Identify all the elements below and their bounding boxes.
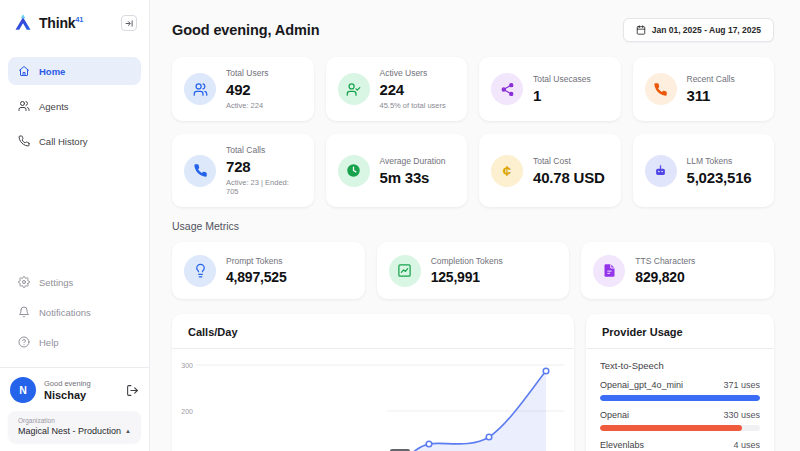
usage-card-tts-characters: TTS Characters 829,820 bbox=[581, 242, 774, 299]
stat-sub: 45.5% of total users bbox=[380, 101, 446, 110]
cent-icon: ¢ bbox=[503, 162, 511, 179]
sidebar-item-agents[interactable]: Agents bbox=[8, 92, 141, 120]
stat-card-recent-calls: Recent Calls 311 bbox=[633, 57, 775, 121]
stat-label: Recent Calls bbox=[687, 74, 735, 84]
think41-logo-icon bbox=[13, 13, 33, 33]
calls-day-panel: Calls/Day 300200 bbox=[172, 314, 574, 451]
sidebar-item-settings[interactable]: Settings bbox=[8, 269, 141, 295]
usecases-icon bbox=[500, 82, 515, 97]
lightbulb-icon bbox=[193, 263, 208, 278]
users-icon bbox=[193, 82, 208, 97]
bell-icon bbox=[18, 306, 30, 318]
stat-value: 1 bbox=[533, 87, 591, 104]
logout-button[interactable] bbox=[126, 384, 139, 397]
page-title: Good evening, Admin bbox=[172, 22, 319, 38]
stat-card-total-calls: Total Calls 728 Active: 23 | Ended: 705 bbox=[172, 134, 314, 207]
organization-selector[interactable]: Organization Magical Nest - Production ▲ bbox=[8, 411, 141, 443]
usage-card-completion-tokens: Completion Tokens 125,991 bbox=[377, 242, 570, 299]
organization-value: Magical Nest - Production bbox=[18, 426, 121, 436]
phone-icon bbox=[193, 163, 208, 178]
stat-value: 5,023,516 bbox=[687, 169, 752, 186]
sidebar-item-label: Home bbox=[39, 66, 65, 77]
provider-name: Elevenlabs bbox=[600, 440, 644, 450]
user-check-icon bbox=[346, 82, 361, 97]
file-icon bbox=[602, 263, 617, 278]
phone-icon bbox=[18, 135, 30, 147]
sidebar-item-label: Notifications bbox=[39, 307, 91, 318]
agents-icon bbox=[18, 100, 30, 112]
sidebar-item-call-history[interactable]: Call History bbox=[8, 127, 141, 155]
provider-name: Openai bbox=[600, 410, 629, 420]
organization-label: Organization bbox=[18, 417, 131, 424]
sidebar-item-help[interactable]: Help bbox=[8, 329, 141, 355]
stat-card-total-users: Total Users 492 Active: 224 bbox=[172, 57, 314, 121]
sidebar-item-home[interactable]: Home bbox=[8, 57, 141, 85]
calls-day-title: Calls/Day bbox=[172, 314, 574, 349]
provider-name: Openai_gpt_4o_mini bbox=[600, 380, 683, 390]
usage-metrics-title: Usage Metrics bbox=[172, 220, 774, 232]
user-greeting: Good evening bbox=[44, 379, 91, 388]
provider-row: Openai_gpt_4o_mini 371 uses bbox=[600, 380, 760, 401]
provider-usage-title: Provider Usage bbox=[586, 314, 774, 349]
stat-card-active-users: Active Users 224 45.5% of total users bbox=[326, 57, 468, 121]
stat-card-total-usecases: Total Usecases 1 bbox=[479, 57, 621, 121]
help-icon bbox=[18, 336, 30, 348]
stat-label: Total Usecases bbox=[533, 74, 591, 84]
home-icon bbox=[18, 65, 30, 77]
stat-label: Prompt Tokens bbox=[226, 256, 286, 266]
sidebar-item-label: Agents bbox=[39, 101, 69, 112]
stat-label: TTS Characters bbox=[635, 256, 695, 266]
logo-row: Think41 bbox=[0, 0, 149, 41]
stat-label: LLM Tokens bbox=[687, 156, 752, 166]
caret-up-icon: ▲ bbox=[125, 428, 131, 434]
stat-value: 224 bbox=[380, 81, 446, 98]
stat-value: 4,897,525 bbox=[226, 269, 286, 285]
provider-bar-track bbox=[600, 395, 760, 401]
phone-icon bbox=[653, 82, 668, 97]
provider-uses: 371 uses bbox=[723, 380, 760, 390]
main-content: Good evening, Admin Jan 01, 2025 - Aug 1… bbox=[150, 0, 800, 451]
provider-row: Elevenlabs 4 uses bbox=[600, 440, 760, 451]
provider-row: Openai 330 uses bbox=[600, 410, 760, 431]
logout-icon bbox=[126, 384, 139, 397]
avatar: N bbox=[10, 377, 36, 403]
stat-label: Total Users bbox=[226, 68, 269, 78]
stat-value: 492 bbox=[226, 81, 269, 98]
stat-card-llm-tokens: LLM Tokens 5,023,516 bbox=[633, 134, 775, 207]
sidebar-collapse-button[interactable] bbox=[121, 15, 137, 31]
svg-text:200: 200 bbox=[181, 408, 193, 415]
clock-icon bbox=[346, 163, 361, 178]
calls-day-chart[interactable]: 300200 bbox=[172, 349, 574, 451]
stat-label: Completion Tokens bbox=[431, 256, 503, 266]
stat-card-average-duration: Average Duration 5m 33s bbox=[326, 134, 468, 207]
user-row: N Good evening Nischay bbox=[0, 368, 149, 411]
bot-icon bbox=[653, 163, 668, 178]
arrow-to-bar-icon bbox=[125, 19, 134, 28]
sidebar: Think41 Home Agents Call History bbox=[0, 0, 150, 451]
sidebar-spacer bbox=[0, 162, 149, 269]
stats-row-2: Total Calls 728 Active: 23 | Ended: 705 … bbox=[172, 134, 774, 207]
stat-value: 728 bbox=[226, 158, 302, 175]
stat-label: Active Users bbox=[380, 68, 446, 78]
provider-bar bbox=[600, 395, 760, 401]
date-range-button[interactable]: Jan 01, 2025 - Aug 17, 2025 bbox=[623, 18, 774, 42]
provider-bar-track bbox=[600, 425, 760, 431]
provider-bar bbox=[600, 425, 742, 431]
stat-value: 125,991 bbox=[431, 269, 503, 285]
secondary-nav: Settings Notifications Help bbox=[0, 269, 149, 359]
usage-card-prompt-tokens: Prompt Tokens 4,897,525 bbox=[172, 242, 365, 299]
stat-label: Total Calls bbox=[226, 145, 302, 155]
stat-label: Total Cost bbox=[533, 156, 605, 166]
stat-label: Average Duration bbox=[380, 156, 446, 166]
brand-sup: 41 bbox=[75, 15, 83, 24]
sidebar-item-label: Call History bbox=[39, 136, 88, 147]
stat-value: 5m 33s bbox=[380, 169, 446, 186]
sidebar-item-label: Settings bbox=[39, 277, 73, 288]
sidebar-item-label: Help bbox=[39, 337, 59, 348]
provider-uses: 4 uses bbox=[733, 440, 760, 450]
brand-name: Think41 bbox=[39, 15, 83, 31]
gear-icon bbox=[18, 276, 30, 288]
sidebar-item-notifications[interactable]: Notifications bbox=[8, 299, 141, 325]
chart-square-icon bbox=[397, 263, 412, 278]
stats-row-1: Total Users 492 Active: 224 Active Users… bbox=[172, 57, 774, 121]
